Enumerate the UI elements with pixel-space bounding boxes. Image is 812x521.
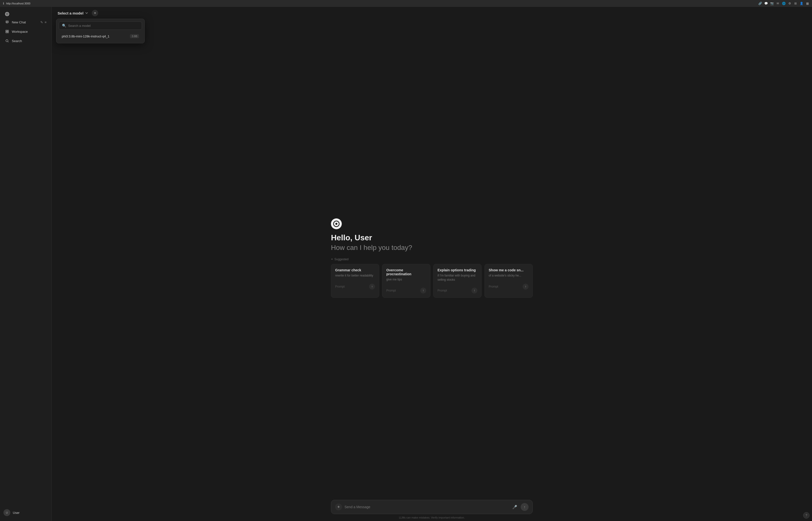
user-icon[interactable]: 👤 bbox=[800, 2, 803, 5]
suggestion-title-3: Show me a code sn... bbox=[489, 268, 528, 272]
browser-icons: 🔗 💬 📷 ✉ 🌐 ⚙ ⊞ 👤 ▦ bbox=[758, 2, 809, 5]
model-selector-button[interactable]: Select a model bbox=[56, 10, 90, 16]
model-item-name: phi3:3.8b-mini-128k-instruct-q4_1 bbox=[62, 35, 110, 38]
model-item-size: 3.8B bbox=[130, 34, 139, 38]
suggestion-card-2[interactable]: Explain options trading if I'm familiar … bbox=[433, 264, 481, 298]
panel-icon[interactable]: ▦ bbox=[806, 2, 809, 5]
model-search-input[interactable] bbox=[68, 24, 139, 28]
model-dropdown-panel: 🔍 phi3:3.8b-mini-128k-instruct-q4_1 3.8B bbox=[56, 19, 145, 43]
sidebar-item-search[interactable]: Search bbox=[1, 37, 50, 45]
svg-rect-5 bbox=[7, 32, 8, 33]
suggestions-grid: Grammar check rewrite it for better read… bbox=[331, 264, 533, 298]
input-bar-container: + 🎤 ↑ LLMs can make mistakes. Verify imp… bbox=[52, 497, 812, 521]
app-logo-icon bbox=[5, 12, 9, 16]
prompt-label-1: Prompt bbox=[386, 289, 396, 292]
app-logo bbox=[331, 219, 342, 229]
add-model-button[interactable]: + bbox=[92, 10, 98, 16]
prompt-label-0: Prompt bbox=[335, 285, 345, 288]
sidebar-footer: U User bbox=[0, 507, 51, 519]
send-arrow-2[interactable]: ↑ bbox=[472, 288, 477, 294]
suggestion-title-2: Explain options trading bbox=[437, 268, 477, 272]
list-icon[interactable]: ≡ bbox=[45, 20, 47, 24]
suggestion-footer-3: Prompt ↑ bbox=[489, 284, 528, 290]
svg-rect-3 bbox=[7, 30, 8, 31]
toggle-icon[interactable]: ⊞ bbox=[794, 2, 797, 5]
sidebar-item-new-chat[interactable]: New Chat ✎ ≡ bbox=[1, 18, 50, 27]
suggestion-desc-1: give me tips bbox=[386, 277, 426, 282]
input-bar: + 🎤 ↑ bbox=[331, 500, 533, 514]
suggestion-card-1[interactable]: Overcome procrastination give me tips Pr… bbox=[382, 264, 430, 298]
svg-rect-2 bbox=[6, 30, 7, 31]
model-selector-area: Select a model + bbox=[52, 7, 812, 19]
link-icon[interactable]: 🔗 bbox=[758, 2, 762, 5]
welcome-title: Hello, User bbox=[331, 233, 533, 242]
suggestion-desc-3: of a website's sticky he... bbox=[489, 274, 528, 278]
camera-icon[interactable]: 📷 bbox=[770, 2, 773, 5]
suggestion-footer-2: Prompt ↑ bbox=[437, 288, 477, 294]
svg-point-1 bbox=[6, 13, 8, 15]
model-list-item[interactable]: phi3:3.8b-mini-128k-instruct-q4_1 3.8B bbox=[59, 32, 142, 41]
new-chat-icon bbox=[5, 20, 9, 24]
suggested-label: Suggested bbox=[331, 257, 533, 261]
search-label: Search bbox=[12, 39, 22, 43]
prompt-label-3: Prompt bbox=[489, 285, 498, 288]
user-label: User bbox=[13, 511, 20, 515]
sidebar: New Chat ✎ ≡ Workspace bbox=[0, 7, 52, 521]
help-label: ? bbox=[806, 514, 807, 517]
suggestion-card-3[interactable]: Show me a code sn... of a website's stic… bbox=[484, 264, 533, 298]
microphone-button[interactable]: 🎤 bbox=[511, 503, 518, 511]
welcome-section: Hello, User How can I help you today? Su… bbox=[331, 219, 533, 298]
chat-area: Hello, User How can I help you today? Su… bbox=[52, 19, 812, 497]
chevron-down-icon bbox=[85, 11, 88, 15]
sidebar-item-workspace[interactable]: Workspace bbox=[1, 27, 50, 36]
suggestion-footer-1: Prompt ↑ bbox=[386, 288, 426, 294]
browser-bar: ℹ http://localhost:3000 🔗 💬 📷 ✉ 🌐 ⚙ ⊞ 👤 … bbox=[0, 0, 812, 7]
svg-point-0 bbox=[5, 12, 9, 16]
message-input[interactable] bbox=[344, 505, 509, 509]
suggestion-title-1: Overcome procrastination bbox=[386, 268, 426, 276]
suggestion-footer-0: Prompt ↑ bbox=[335, 284, 375, 290]
disclaimer-text: LLMs can make mistakes. Verify important… bbox=[399, 516, 464, 519]
input-add-button[interactable]: + bbox=[335, 503, 342, 511]
prompt-label-2: Prompt bbox=[437, 289, 447, 292]
model-name-label: Select a model bbox=[57, 11, 83, 15]
sidebar-logo bbox=[1, 9, 50, 17]
app: New Chat ✎ ≡ Workspace bbox=[0, 7, 812, 521]
workspace-label: Workspace bbox=[12, 30, 28, 33]
suggestion-desc-0: rewrite it for better readability bbox=[335, 274, 375, 278]
send-arrow-3[interactable]: ↑ bbox=[523, 284, 528, 290]
browser-url: http://localhost:3000 bbox=[6, 2, 30, 5]
message-icon[interactable]: 💬 bbox=[764, 2, 768, 5]
avatar: U bbox=[3, 509, 10, 516]
send-arrow-0[interactable]: ↑ bbox=[369, 284, 375, 290]
user-initials: U bbox=[6, 511, 8, 514]
new-chat-label: New Chat bbox=[12, 20, 26, 24]
model-search-field[interactable]: 🔍 bbox=[59, 21, 142, 30]
settings-icon[interactable]: ⚙ bbox=[788, 2, 791, 5]
suggestion-card-0[interactable]: Grammar check rewrite it for better read… bbox=[331, 264, 379, 298]
workspace-icon bbox=[5, 29, 9, 34]
suggestion-title-0: Grammar check bbox=[335, 268, 375, 272]
edit-icon[interactable]: ✎ bbox=[40, 20, 43, 24]
search-icon bbox=[5, 39, 9, 43]
search-dropdown-icon: 🔍 bbox=[62, 24, 66, 28]
suggestion-desc-2: if I'm familiar with buying and selling … bbox=[437, 274, 477, 282]
info-icon: ℹ bbox=[3, 2, 4, 5]
svg-rect-4 bbox=[6, 32, 7, 33]
send-arrow-1[interactable]: ↑ bbox=[420, 288, 426, 294]
help-button[interactable]: ? bbox=[803, 512, 810, 519]
main-content: Select a model + 🔍 phi3:3.8b-mini-128k-i… bbox=[52, 7, 812, 521]
app-logo-inner bbox=[333, 221, 339, 227]
send-button[interactable]: ↑ bbox=[521, 503, 528, 511]
welcome-subtitle: How can I help you today? bbox=[331, 244, 533, 252]
globe-icon[interactable]: 🌐 bbox=[782, 2, 785, 5]
mail-icon[interactable]: ✉ bbox=[776, 2, 780, 5]
